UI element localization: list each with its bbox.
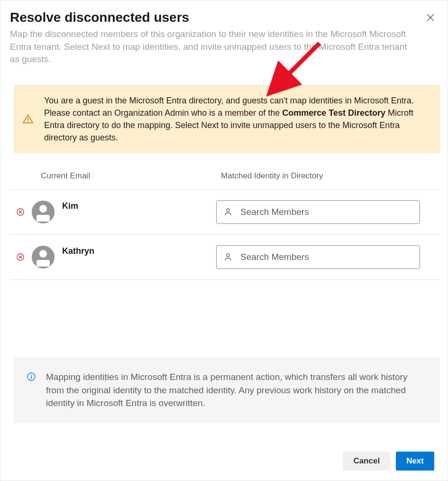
info-banner: Mapping identities in Microsoft Entra is…	[14, 357, 440, 423]
svg-point-3	[27, 121, 28, 122]
search-members-input[interactable]	[216, 200, 420, 224]
column-header-current-email: Current Email	[41, 171, 221, 181]
search-members-input[interactable]	[216, 245, 420, 269]
avatar	[32, 246, 55, 268]
guest-warning-banner: You are a guest in the Microsoft Entra d…	[14, 85, 440, 153]
close-button[interactable]	[423, 10, 438, 25]
search-members-wrapper	[216, 200, 420, 224]
search-members-wrapper	[216, 245, 420, 269]
user-name: Kathryn	[62, 246, 216, 256]
table-row: Kathryn	[10, 235, 440, 280]
resolve-disconnected-users-dialog: Resolve disconnected users Map the disco…	[0, 0, 448, 481]
users-table-wrapper[interactable]: Current Email Matched Identity in Direct…	[10, 167, 440, 333]
info-icon	[27, 372, 36, 381]
remove-user-icon[interactable]	[17, 208, 24, 216]
remove-user-icon[interactable]	[17, 253, 24, 261]
person-search-icon	[224, 208, 232, 216]
warning-icon	[22, 113, 34, 125]
svg-point-17	[227, 254, 229, 257]
user-name: Kim	[62, 201, 216, 211]
svg-point-11	[227, 209, 229, 212]
svg-point-16	[39, 250, 47, 258]
dialog-footer: Cancel Next	[10, 444, 438, 478]
column-header-matched-identity: Matched Identity in Directory	[221, 171, 323, 181]
table-header: Current Email Matched Identity in Direct…	[10, 167, 440, 190]
info-message: Mapping identities in Microsoft Entra is…	[46, 370, 426, 410]
next-button[interactable]: Next	[396, 452, 434, 471]
person-search-icon	[224, 253, 232, 261]
table-row: Kim	[10, 190, 440, 235]
close-icon	[427, 14, 434, 21]
dialog-title: Resolve disconnected users	[10, 10, 189, 25]
scroll-spacer	[10, 280, 440, 333]
svg-point-19	[31, 375, 32, 376]
svg-point-10	[39, 205, 47, 213]
avatar	[32, 201, 55, 223]
dialog-subtitle: Map the disconnected members of this org…	[10, 28, 438, 66]
warning-directory-name: Commerce Test Directory	[282, 108, 385, 118]
dialog-header: Resolve disconnected users	[10, 10, 438, 25]
warning-message: You are a guest in the Microsoft Entra d…	[44, 94, 429, 144]
cancel-button[interactable]: Cancel	[343, 452, 390, 471]
